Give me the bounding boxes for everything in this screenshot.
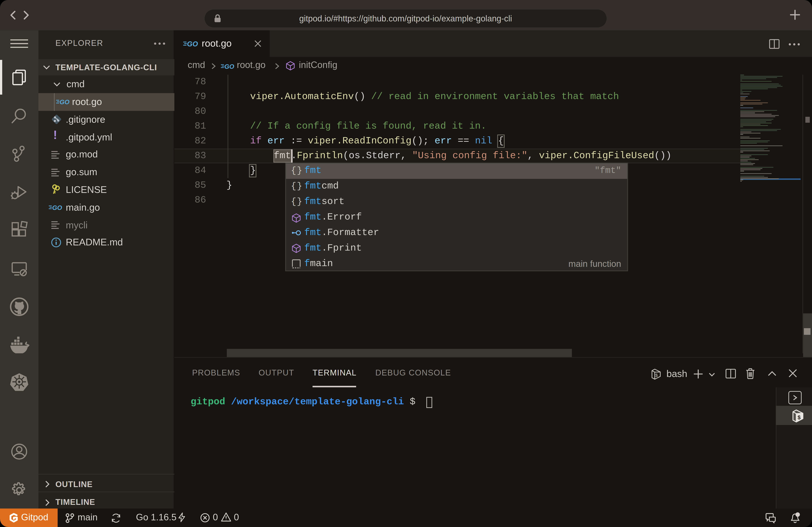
svg-text:$: $	[655, 373, 658, 378]
svg-text:$: $	[798, 414, 801, 421]
